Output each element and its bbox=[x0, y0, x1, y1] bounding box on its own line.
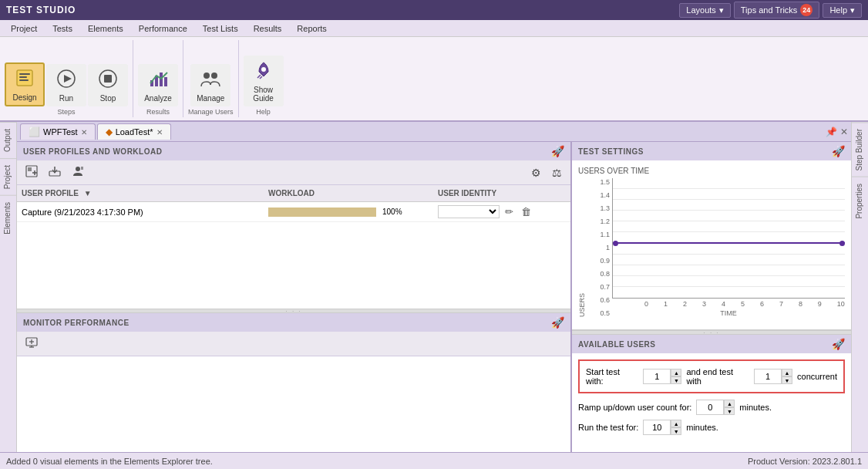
table-header: USER PROFILE ▼ WORKLOAD USER IDENTITY bbox=[17, 185, 570, 202]
menu-elements[interactable]: Elements bbox=[80, 22, 131, 35]
tab-loadtest[interactable]: ◆ LoadTest* ✕ bbox=[97, 123, 171, 140]
rocket-icon-profiles: 🚀 bbox=[551, 145, 565, 157]
users-btn[interactable] bbox=[68, 163, 88, 182]
table-area: Capture (9/21/2023 4:17:30 PM) 100% ✏ 🗑 bbox=[17, 202, 570, 309]
run-button[interactable]: Run bbox=[46, 64, 86, 106]
middle-label: and end test with bbox=[686, 367, 749, 386]
end-spin-down[interactable]: ▼ bbox=[782, 376, 792, 384]
chevron-down-icon: ▾ bbox=[719, 5, 724, 15]
stop-label: Stop bbox=[100, 94, 116, 103]
end-spin: ▲ ▼ bbox=[782, 369, 792, 384]
run-value-input[interactable] bbox=[643, 420, 671, 435]
run-row: Run the test for: ▲ ▼ minutes. bbox=[578, 420, 845, 435]
design-button[interactable]: Design bbox=[5, 62, 45, 106]
sidebar-tab-stepbuilder[interactable]: Step Builder bbox=[852, 122, 868, 177]
y-axis-label: USERS bbox=[578, 178, 589, 317]
show-guide-button[interactable]: Show Guide bbox=[244, 56, 284, 106]
design-icon bbox=[14, 67, 35, 92]
col-header-profile: USER PROFILE ▼ bbox=[17, 189, 264, 197]
tab-loadtest-close[interactable]: ✕ bbox=[156, 128, 163, 137]
ramp-spin: ▲ ▼ bbox=[724, 400, 735, 415]
loadtest-icon: ◆ bbox=[106, 127, 113, 137]
main-area: Output Project Elements ⬜ WPFTest ✕ ◆ Lo… bbox=[0, 122, 868, 452]
available-users-section: AVAILABLE USERS 🚀 Start test with: ▲ ▼ bbox=[572, 335, 851, 452]
edit-identity-btn[interactable]: ✏ bbox=[503, 205, 516, 218]
run-spin-up[interactable]: ▲ bbox=[671, 420, 681, 427]
chart-title: USERS OVER TIME bbox=[578, 167, 845, 175]
row-profile: Capture (9/21/2023 4:17:30 PM) bbox=[17, 208, 264, 217]
tips-and-tricks-button[interactable]: Tips and Tricks 24 bbox=[734, 2, 820, 19]
menu-project[interactable]: Project bbox=[3, 22, 45, 35]
run-suffix: minutes. bbox=[686, 423, 718, 432]
svg-rect-3 bbox=[19, 79, 29, 81]
start-value-input[interactable] bbox=[643, 369, 671, 384]
tab-wpftest[interactable]: ⬜ WPFTest ✕ bbox=[20, 123, 96, 140]
stop-icon bbox=[97, 68, 119, 93]
left-panel: USER PROFILES AND WORKLOAD 🚀 ⚙ ⚖ bbox=[17, 142, 572, 452]
manage-group-label: Manage Users bbox=[188, 106, 234, 116]
svg-rect-11 bbox=[164, 77, 167, 86]
end-value-input[interactable] bbox=[754, 369, 782, 384]
grid-line bbox=[613, 188, 845, 189]
ramp-row: Ramp up/down user count for: ▲ ▼ minutes… bbox=[578, 400, 845, 415]
menu-performance[interactable]: Performance bbox=[131, 22, 195, 35]
status-message: Added 0 visual elements in the Elements … bbox=[6, 457, 213, 466]
ribbon-group-results: Analyze Results bbox=[133, 40, 183, 117]
manage-button[interactable]: Manage bbox=[190, 64, 230, 106]
sidebar-tab-project[interactable]: Project bbox=[0, 158, 16, 195]
app-name: TEST STUDIO bbox=[6, 5, 76, 15]
avail-body: Start test with: ▲ ▼ and end test with bbox=[572, 353, 851, 452]
tab-right-icons: 📌 ✕ bbox=[826, 127, 848, 137]
start-spin-up[interactable]: ▲ bbox=[671, 369, 681, 376]
layouts-button[interactable]: Layouts ▾ bbox=[679, 3, 731, 18]
rocket-icon-avail: 🚀 bbox=[832, 338, 846, 350]
svg-point-14 bbox=[261, 67, 266, 72]
grid-line bbox=[613, 199, 845, 200]
sidebar-tab-properties[interactable]: Properties bbox=[852, 177, 868, 225]
avail-header: AVAILABLE USERS 🚀 bbox=[572, 335, 851, 353]
monitor-body bbox=[17, 356, 570, 452]
delete-identity-btn[interactable]: 🗑 bbox=[519, 205, 533, 218]
menu-tests[interactable]: Tests bbox=[45, 22, 80, 35]
ribbon-group-help: Show Guide Help bbox=[239, 40, 288, 117]
grid-line bbox=[613, 221, 845, 221]
ribbon-group-manage-users: Manage Manage Users bbox=[183, 40, 239, 117]
ribbon: Design Run Stop Steps A bbox=[0, 37, 868, 122]
ramp-value-input[interactable] bbox=[696, 400, 724, 415]
chart-container: USERS 0.5 0.6 0.7 0.8 0.9 1 1.1 1.2 1.3 bbox=[578, 178, 845, 317]
start-input-group: ▲ ▼ bbox=[643, 369, 681, 384]
help-button[interactable]: Help ▾ bbox=[823, 3, 862, 18]
close-panel-icon[interactable]: ✕ bbox=[840, 127, 848, 137]
add-monitor-btn[interactable] bbox=[22, 334, 42, 353]
filter-icon[interactable]: ▼ bbox=[84, 189, 92, 197]
steps-buttons: Design Run Stop bbox=[5, 42, 128, 106]
users-over-time-chart: USERS OVER TIME USERS 0.5 0.6 0.7 0.8 0.… bbox=[572, 160, 851, 330]
end-spin-up[interactable]: ▲ bbox=[782, 369, 792, 376]
concurrent-users-box: Start test with: ▲ ▼ and end test with bbox=[578, 359, 845, 393]
ramp-spin-down[interactable]: ▼ bbox=[724, 407, 735, 415]
help-group-label: Help bbox=[256, 106, 271, 116]
start-spin-down[interactable]: ▼ bbox=[671, 376, 681, 384]
grid-line bbox=[613, 210, 845, 211]
table-row: Capture (9/21/2023 4:17:30 PM) 100% ✏ 🗑 bbox=[17, 202, 570, 222]
product-version: Product Version: 2023.2.801.1 bbox=[748, 457, 862, 466]
export-btn[interactable] bbox=[45, 163, 65, 182]
analyze-button[interactable]: Analyze bbox=[138, 64, 178, 106]
chart-end-dot bbox=[839, 241, 845, 246]
identity-select[interactable] bbox=[438, 205, 500, 218]
settings-btn[interactable]: ⚙ bbox=[527, 164, 545, 181]
sidebar-tab-elements[interactable]: Elements bbox=[0, 195, 16, 241]
x-axis-label: TIME bbox=[612, 309, 845, 317]
menu-testlists[interactable]: Test Lists bbox=[195, 22, 246, 35]
pin-icon[interactable]: 📌 bbox=[826, 127, 837, 137]
sidebar-tab-output[interactable]: Output bbox=[0, 122, 16, 158]
menu-reports[interactable]: Reports bbox=[289, 22, 335, 35]
menu-results[interactable]: Results bbox=[246, 22, 290, 35]
tab-wpftest-close[interactable]: ✕ bbox=[81, 128, 87, 137]
ramp-spin-up[interactable]: ▲ bbox=[724, 400, 735, 407]
add-screenshot-btn[interactable] bbox=[22, 163, 42, 182]
balance-btn[interactable]: ⚖ bbox=[548, 164, 566, 181]
analyze-label: Analyze bbox=[144, 94, 172, 103]
run-spin-down[interactable]: ▼ bbox=[671, 427, 681, 435]
stop-button[interactable]: Stop bbox=[88, 64, 128, 106]
